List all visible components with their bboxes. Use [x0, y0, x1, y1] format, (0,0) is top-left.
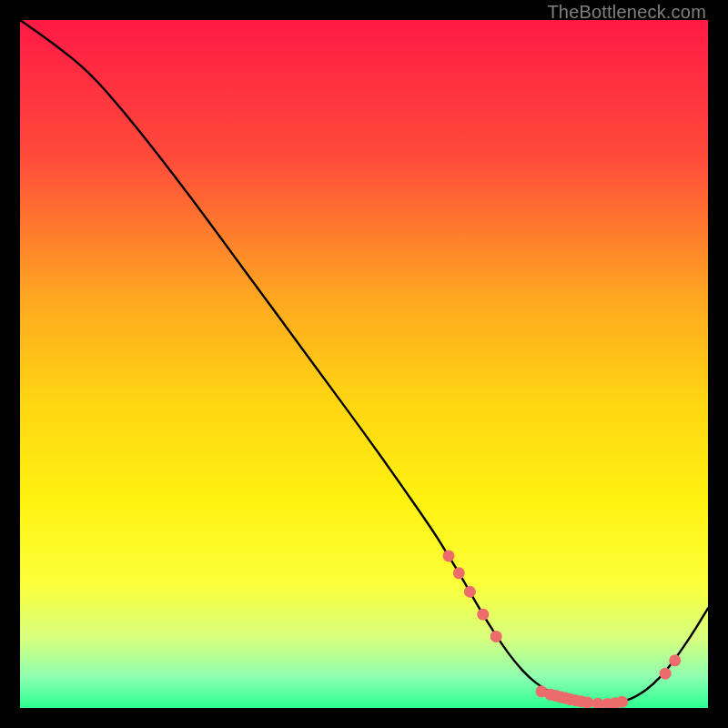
gradient-background — [20, 20, 708, 708]
marker-dot — [581, 696, 593, 708]
marker-dot — [442, 550, 454, 561]
marker-dot — [477, 609, 489, 621]
chart-plot — [20, 20, 708, 708]
marker-dot — [453, 567, 465, 579]
marker-dot — [660, 668, 672, 680]
marker-dot — [616, 696, 628, 708]
marker-dot — [669, 654, 681, 666]
watermark-text: TheBottleneck.com — [547, 2, 706, 23]
marker-dot — [490, 631, 502, 642]
chart-frame — [20, 20, 708, 708]
marker-dot — [464, 586, 476, 598]
